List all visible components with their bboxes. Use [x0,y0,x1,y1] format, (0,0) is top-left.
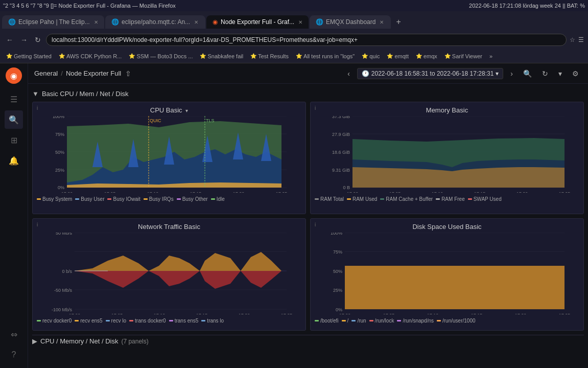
refresh-interval-button[interactable]: ▾ [555,67,565,80]
grafana-logo[interactable]: ◉ [6,67,22,84]
section-collapse-arrow: ▼ [32,90,39,98]
new-tab-button[interactable]: + [392,17,405,27]
svg-text:0 B: 0 B [343,185,350,190]
svg-text:17:10: 17:10 [154,313,166,314]
section-basic-cpu-mem-net-disk[interactable]: ▼ Basic CPU / Mem / Net / Disk [32,88,584,102]
panel-cpu-dropdown-icon[interactable]: ▾ [185,108,188,113]
bookmark-snabkafee[interactable]: ⭐ Snabkafee fail [197,52,246,60]
memory-chart-area: 37.3 GiB 27.9 GiB 18.6 GiB 9.31 GiB 0 B [315,116,579,194]
legend-run: /run [351,318,366,324]
bookmark-getting-started[interactable]: ⭐ Getting Started [3,52,55,60]
bookmark-ssm[interactable]: ⭐ SSM — Boto3 Docs ... [126,52,196,60]
forward-button[interactable]: → [18,36,30,44]
back-button[interactable]: ← [4,36,15,44]
clock-icon: 🕐 [362,70,369,77]
svg-text:-50 Mb/s: -50 Mb/s [54,288,73,293]
time-range-picker[interactable]: 🕐 2022-06-18 16:58:31 to 2022-06-18 17:2… [357,68,504,79]
svg-text:17:05: 17:05 [389,191,401,193]
tab-emqx-label: EMQX Dashboard [326,18,375,26]
sidebar-icon-dashboards[interactable]: ⊞ [5,131,23,149]
breadcrumb-separator: / [61,70,63,77]
cpu-chart-svg: 100% 75% 50% 25% 0% [37,116,301,193]
nav-next-button[interactable]: › [507,67,516,80]
svg-text:75%: 75% [55,132,64,137]
url-input[interactable] [46,34,567,46]
settings-button[interactable]: ⚙ [569,67,582,80]
tab-grafana-label: Node Exporter Full - Graf... [221,18,294,26]
bookmark-aws-cdk[interactable]: ⭐ AWS CDK Python R... [56,52,125,60]
bookmark-icon-2: ⭐ [129,53,135,59]
bookmark-star-icon[interactable]: ☆ [570,36,575,43]
browser-chrome: 🌐 Eclipse Paho | The Eclip... ✕ 🌐 eclips… [0,11,588,63]
breadcrumb-dashboard-title[interactable]: Node Exporter Full [66,70,121,77]
bookmark-icon-8: ⭐ [416,53,422,59]
svg-text:18.6 GiB: 18.6 GiB [332,150,350,155]
sidebar-icon-menu[interactable]: ☰ [5,90,23,108]
legend-root: / [342,318,349,324]
section-cpu-memory-net-disk[interactable]: ▶ CPU / Memory / Net / Disk (7 panels) [32,335,584,347]
legend-recv-docker0: recv docker0 [37,318,72,324]
svg-text:27.9 GiB: 27.9 GiB [332,132,350,137]
svg-text:25%: 25% [333,288,342,293]
tab-eclipse-close[interactable]: ✕ [93,19,99,25]
tab-paho-close[interactable]: ✕ [193,19,199,25]
panel-disk-info-icon[interactable]: i [315,222,316,227]
svg-text:17:20: 17:20 [233,191,245,193]
legend-dot-run-lock [369,320,373,321]
legend-dot-ram-used [347,198,351,200]
tab-emqx[interactable]: 🌐 EMQX Dashboard ✕ [310,15,391,29]
legend-busy-user: Busy User [75,196,104,202]
tab-emqx-close[interactable]: ✕ [379,19,385,25]
legend-ram-cache: RAM Cache + Buffer [380,196,433,202]
panels-row-1: i CPU Basic ▾ [32,102,584,214]
legend-trans-lo: trans lo [201,318,224,324]
bookmark-icon-9: ⭐ [444,53,451,59]
bookmarks-more[interactable]: » [486,52,496,60]
legend-dot-busy-iowait [107,198,111,200]
svg-text:17:00: 17:00 [339,313,351,314]
sidebar-icon-search[interactable]: 🔍 [5,110,23,129]
time-range-value: 2022-06-18 16:58:31 to 2022-06-18 17:28:… [371,70,494,77]
reload-button[interactable]: ↻ [33,36,43,44]
section-footer-title: CPU / Memory / Net / Disk [40,337,118,345]
grafana-main: General / Node Exporter Full ⇧ ‹ 🕐 2022-… [28,63,588,368]
tab-eclipse[interactable]: 🌐 Eclipse Paho | The Eclip... ✕ [2,15,104,29]
legend-recv-lo: recv lo [106,318,126,324]
panel-cpu-info-icon[interactable]: i [37,105,38,111]
bookmark-icon-3: ⭐ [200,53,206,59]
nav-prev-button[interactable]: ‹ [344,67,353,80]
bookmark-all-test-runs[interactable]: ⭐ All test runs in "logs" [293,52,358,60]
svg-text:17:25: 17:25 [559,191,571,193]
grafana-app: ◉ ☰ 🔍 ⊞ 🔔 ⇔ ? General / Node Exporter Fu… [0,63,588,368]
refresh-button[interactable]: ↻ [539,67,551,80]
legend-busy-system: Busy System [37,196,72,202]
panel-memory-basic: i Memory Basic 37.3 GiB 27.9 GiB [310,102,584,214]
svg-text:17:25: 17:25 [559,313,571,314]
legend-ram-used: RAM Used [347,196,377,202]
bookmark-emqx[interactable]: ⭐ emqx [413,52,440,60]
browser-menu-icon[interactable]: ☰ [578,36,584,43]
bookmark-quic[interactable]: ⭐ quic [359,52,383,60]
panel-memory-info-icon[interactable]: i [315,105,316,111]
url-bar: ← → ↻ ☆ ☰ [0,31,588,49]
share-icon[interactable]: ⇧ [125,70,131,78]
legend-dot-trans-ens5 [169,320,173,321]
sidebar-icon-help[interactable]: ? [5,346,23,364]
sidebar-icon-alerting[interactable]: 🔔 [5,151,23,170]
tab-grafana[interactable]: ◉ Node Exporter Full - Graf... ✕ [206,15,309,29]
breadcrumb-general[interactable]: General [34,70,58,77]
os-bar-right: 2022-06-18 17:21:08 lördag week 24 || BA… [469,3,585,9]
bookmark-emqtt[interactable]: ⭐ emqtt [384,52,412,60]
zoom-out-button[interactable]: 🔍 [520,67,535,80]
sidebar-icon-expand[interactable]: ⇔ [5,325,23,343]
bookmark-sarif-viewer[interactable]: ⭐ Sarif Viewer [441,52,485,60]
legend-run-user-1000: /run/user/1000 [437,318,476,324]
tab-paho[interactable]: 🌐 eclipse/paho.mqtt.c: An... ✕ [105,15,205,29]
legend-swap-used: SWAP Used [468,196,502,202]
panel-network-info-icon[interactable]: i [37,222,38,227]
bookmark-test-results[interactable]: ⭐ Test Results [247,52,292,60]
time-range-chevron: ▾ [496,70,499,77]
memory-chart-svg: 37.3 GiB 27.9 GiB 18.6 GiB 9.31 GiB 0 B [315,116,579,193]
section-footer-arrow: ▶ [32,337,37,345]
tab-grafana-close[interactable]: ✕ [297,19,303,25]
